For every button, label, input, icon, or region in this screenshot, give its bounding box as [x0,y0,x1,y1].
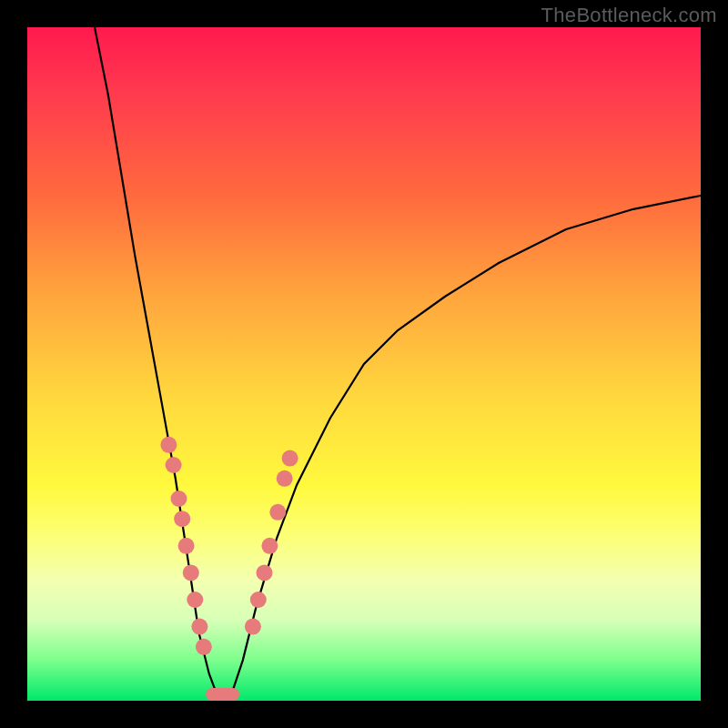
curve-right-curve [229,196,701,701]
watermark-text: TheBottleneck.com [541,4,717,27]
marker-right-2 [257,564,273,581]
marker-right-1 [250,592,267,608]
marker-left-1 [166,457,182,473]
marker-left-2 [171,490,187,507]
marker-right-3 [261,538,278,554]
valley-marker-cluster [206,688,239,701]
chart-svg [27,27,701,701]
chart-frame: TheBottleneck.com [0,0,728,728]
marker-left-4 [178,538,195,554]
marker-left-8 [196,639,212,655]
marker-left-6 [187,592,203,608]
marker-right-0 [245,619,261,635]
marker-right-5 [277,470,293,487]
marker-left-7 [191,619,207,635]
marker-left-0 [160,437,177,453]
marker-right-6 [282,450,298,467]
marker-left-3 [174,511,190,527]
marker-left-5 [183,564,199,581]
marker-right-4 [269,504,286,521]
plot-area [27,27,701,701]
